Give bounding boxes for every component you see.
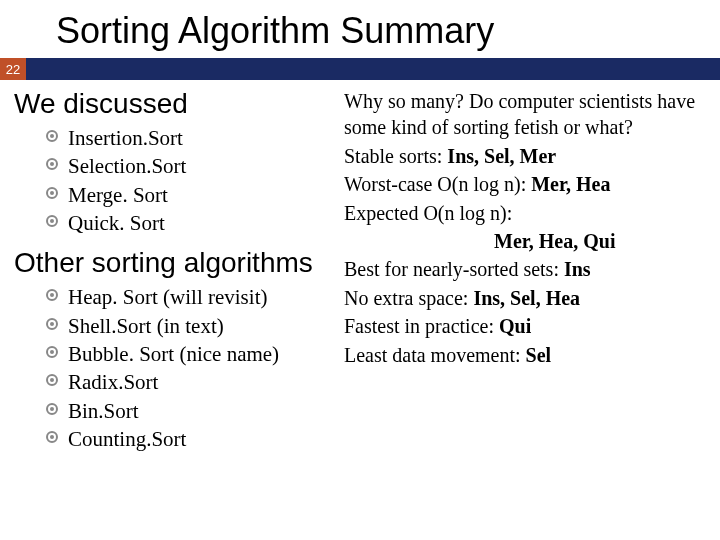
content-area: We discussed Insertion.Sort Selection.So… xyxy=(0,80,720,463)
other-list: Heap. Sort (will revisit) Shell.Sort (in… xyxy=(14,283,344,453)
discussed-list: Insertion.Sort Selection.Sort Merge. Sor… xyxy=(14,124,344,237)
nearly-sorted-line: Best for nearly-sorted sets: Ins xyxy=(344,256,710,282)
list-item: Shell.Sort (in text) xyxy=(50,312,344,340)
page-bar: 22 xyxy=(0,58,720,80)
least-movement-line: Least data movement: Sel xyxy=(344,342,710,368)
list-item: Bin.Sort xyxy=(50,397,344,425)
list-item: Selection.Sort xyxy=(50,152,344,180)
list-item: Counting.Sort xyxy=(50,425,344,453)
expected-line: Expected O(n log n): xyxy=(344,200,710,226)
section-heading: We discussed xyxy=(14,88,344,120)
intro-text: Why so many? Do computer scientists have… xyxy=(344,88,710,141)
page-bar-fill xyxy=(26,58,720,80)
no-extra-space-line: No extra space: Ins, Sel, Hea xyxy=(344,285,710,311)
list-item: Insertion.Sort xyxy=(50,124,344,152)
list-item: Quick. Sort xyxy=(50,209,344,237)
worst-case-line: Worst-case O(n log n): Mer, Hea xyxy=(344,171,710,197)
left-column: We discussed Insertion.Sort Selection.So… xyxy=(14,86,344,463)
fastest-line: Fastest in practice: Qui xyxy=(344,313,710,339)
stable-sorts-line: Stable sorts: Ins, Sel, Mer xyxy=(344,143,710,169)
right-column: Why so many? Do computer scientists have… xyxy=(344,86,710,463)
list-item: Bubble. Sort (nice name) xyxy=(50,340,344,368)
slide: Sorting Algorithm Summary 22 We discusse… xyxy=(0,0,720,540)
list-item: Radix.Sort xyxy=(50,368,344,396)
page-number-badge: 22 xyxy=(0,58,26,80)
list-item: Heap. Sort (will revisit) xyxy=(50,283,344,311)
slide-title: Sorting Algorithm Summary xyxy=(0,0,720,58)
list-item: Merge. Sort xyxy=(50,181,344,209)
expected-values: Mer, Hea, Qui xyxy=(344,228,710,254)
section-heading: Other sorting algorithms xyxy=(14,247,344,279)
